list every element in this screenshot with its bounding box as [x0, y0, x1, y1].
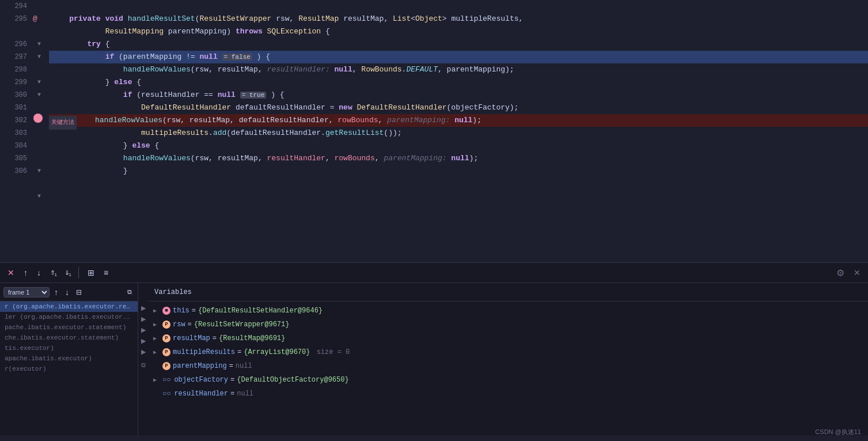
code-line-299: } else { — [49, 76, 868, 89]
frame-down-btn[interactable]: ↓ — [63, 287, 71, 298]
code-line-300: if (resultHandler == null = true ) { — [49, 89, 868, 101]
frame-up-btn[interactable]: ↑ — [52, 287, 60, 298]
code-line-305: handleRowValues(rsw, resultMap, resultHa… — [49, 152, 868, 165]
toolbar-right: ⚙ ✕ — [833, 266, 863, 280]
step-down-button[interactable]: ↓ — [34, 266, 44, 279]
copy-btn[interactable]: ⧉ — [125, 287, 134, 297]
expand-this[interactable]: ▶ — [153, 307, 160, 314]
code-line-297: if (parentMapping != null = false ) { — [49, 51, 868, 63]
expand-arrow-3[interactable]: ▶ — [141, 326, 146, 334]
stack-item-1[interactable]: ler (org.apache.ibatis.executor.result. — [0, 312, 138, 322]
filter-btn[interactable]: ⊟ — [74, 287, 84, 297]
var-eq-rsw: = — [188, 321, 192, 329]
code-lines: private void handleResultSet(ResultSetWr… — [49, 0, 868, 262]
expand-rsw[interactable]: ▶ — [153, 321, 160, 328]
close-panel-button[interactable]: ✕ — [851, 266, 863, 280]
var-eq-objectfactory: = — [230, 376, 234, 384]
var-name-this: this — [173, 307, 189, 315]
code-line-304: } else { — [49, 140, 868, 152]
var-type-multipleresults: size = 0 — [312, 348, 350, 356]
code-line-302: 关键方法 handleRowValues(rsw, resultMap, def… — [49, 114, 868, 127]
breakpoint-302[interactable] — [33, 114, 43, 123]
var-item-rsw[interactable]: ▶ P rsw = {ResultSetWrapper@9671} — [149, 318, 868, 331]
var-eq-resultmap: = — [213, 334, 217, 342]
table-view-button[interactable]: ⊞ — [85, 266, 97, 279]
var-name-objectfactory: objectFactory — [174, 376, 228, 384]
code-line-301: DefaultResultHandler defaultResultHandle… — [49, 101, 868, 114]
stack-item-6[interactable]: r(executor) — [0, 364, 138, 374]
code-line-306: } — [49, 165, 868, 178]
expand-resultmap[interactable]: ▶ — [153, 335, 160, 342]
step-up-button[interactable]: ↑ — [21, 266, 31, 279]
variables-panel: Variables ▶ ■ this = {DefaultResultSetHa… — [149, 283, 868, 435]
var-val-parentmapping: null — [236, 362, 252, 370]
stack-item-3[interactable]: che.ibatis.executor.statement) — [0, 333, 138, 343]
close-button[interactable]: ✕ — [5, 266, 17, 279]
fold-icon-299[interactable]: ▼ — [37, 76, 41, 89]
list-view-button[interactable]: ≡ — [101, 266, 111, 279]
code-line-298: handleRowValues(rsw, resultMap, resultHa… — [49, 63, 868, 76]
var-item-resulthandler[interactable]: ▶ ○○ resultHandler = null — [149, 387, 868, 401]
var-val-this: {DefaultResultSetHandler@9646} — [198, 307, 323, 315]
fold-icon-300[interactable]: ▼ — [37, 89, 41, 101]
stack-list: r (org.apache.ibatis.executor.results le… — [0, 301, 138, 435]
var-item-parentmapping[interactable]: ▶ P parentMapping = null — [149, 359, 868, 373]
stack-toolbar: frame 1 ↑ ↓ ⊟ ⧉ — [0, 283, 138, 301]
var-val-resultmap: {ResultMap@9691} — [219, 334, 285, 342]
var-name-multipleresults: multipleResults — [173, 348, 235, 356]
expand-objectfactory[interactable]: ▶ — [153, 376, 160, 383]
code-line-295-cont: ResultMapping parentMapping) throws SQLE… — [49, 25, 868, 38]
at-annotation: @ — [33, 13, 37, 25]
var-item-multipleresults[interactable]: ▶ P multipleResults = {ArrayList@9670} s… — [149, 345, 868, 359]
step-into-button[interactable]: ⇓1 — [62, 267, 73, 278]
expand-multipleresults[interactable]: ▶ — [153, 349, 160, 356]
icon-objectfactory: ○○ — [162, 376, 170, 384]
arrow-column: ▶ ▶ ▶ ▶ ▶ ⧉ — [138, 283, 149, 435]
fold-icon-296[interactable]: ▼ — [37, 38, 41, 51]
var-name-parentmapping: parentMapping — [173, 362, 227, 370]
stack-item-0[interactable]: r (org.apache.ibatis.executor.results — [0, 301, 138, 312]
stack-item-5[interactable]: apache.ibatis.executor) — [0, 353, 138, 364]
gutter: @ ▼ ▼ ▼ ▼ ▼ ▼ — [32, 0, 49, 262]
variables-header: Variables — [149, 283, 868, 301]
var-name-rsw: rsw — [173, 321, 185, 329]
var-item-this[interactable]: ▶ ■ this = {DefaultResultSetHandler@9646… — [149, 304, 868, 318]
frame-selector[interactable]: frame 1 — [3, 287, 50, 297]
expand-arrow-4[interactable]: ▶ — [141, 337, 146, 345]
icon-rsw: P — [162, 321, 170, 329]
watermark: CSDN @执迷11 — [815, 428, 861, 436]
icon-parentmapping: P — [162, 362, 170, 370]
var-eq-multipleresults: = — [237, 348, 241, 356]
code-line-303: multipleResults.add(defaultResultHandler… — [49, 127, 868, 140]
icon-resulthandler: ○○ — [162, 390, 170, 398]
debug-toolbar: ✕ ↑ ↓ ⇑1 ⇓1 ⊞ ≡ ⚙ ✕ — [0, 262, 868, 282]
key-method-label: 关键方法 — [49, 116, 77, 130]
variables-title: Variables — [154, 288, 192, 296]
var-eq-parentmapping: = — [229, 362, 233, 370]
var-eq-resulthandler: = — [230, 390, 234, 398]
code-editor: 294 295 296 297 298 299 300 301 302 303 … — [0, 0, 868, 262]
fold-icon-297[interactable]: ▼ — [37, 51, 41, 63]
expand-arrow-2[interactable]: ▶ — [141, 315, 146, 323]
var-val-resulthandler: null — [237, 390, 253, 398]
var-name-resulthandler: resultHandler — [174, 390, 228, 398]
expand-arrow-1[interactable]: ▶ — [141, 304, 146, 312]
fold-icon-306[interactable]: ▼ — [37, 190, 41, 203]
stack-item-2[interactable]: pache.ibatis.executor.statement) — [0, 322, 138, 333]
settings-button[interactable]: ⚙ — [833, 266, 847, 280]
expand-arrow-5[interactable]: ▶ — [141, 348, 146, 356]
var-item-resultmap[interactable]: ▶ P resultMap = {ResultMap@9691} — [149, 331, 868, 345]
fold-icon-304[interactable]: ▼ — [37, 165, 41, 178]
bottom-panel: frame 1 ↑ ↓ ⊟ ⧉ r (org.apache.ibatis.exe… — [0, 282, 868, 435]
var-val-multipleresults: {ArrayList@9670} — [244, 348, 310, 356]
step-out-button[interactable]: ⇑1 — [47, 267, 58, 278]
variables-list: ▶ ■ this = {DefaultResultSetHandler@9646… — [149, 301, 868, 435]
var-item-objectfactory[interactable]: ▶ ○○ objectFactory = {DefaultObjectFacto… — [149, 373, 868, 387]
stack-item-4[interactable]: tis.executor) — [0, 343, 138, 353]
icon-this: ■ — [162, 307, 170, 315]
stack-frame-list: frame 1 ↑ ↓ ⊟ ⧉ r (org.apache.ibatis.exe… — [0, 283, 138, 435]
var-name-resultmap: resultMap — [173, 334, 210, 342]
copy-arrow[interactable]: ⧉ — [141, 361, 146, 370]
var-val-objectfactory: {DefaultObjectFactory@9650} — [237, 376, 348, 384]
icon-resultmap: P — [162, 334, 170, 342]
